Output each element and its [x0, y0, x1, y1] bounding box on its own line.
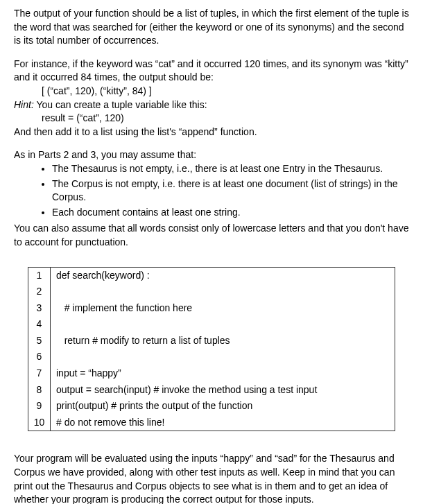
hint-text: You can create a tuple variable like thi… [34, 99, 207, 110]
code-line: # do not remove this line! [51, 415, 170, 431]
example-intro: For instance, if the keyword was “cat” a… [14, 58, 408, 83]
code-row: 2 [28, 284, 395, 300]
code-row: 8 output = search(input) # invoke the me… [28, 382, 395, 399]
list-item: Each document contains at least one stri… [52, 206, 409, 220]
paragraph-example: For instance, if the keyword was “cat” a… [14, 58, 409, 139]
list-item: The Corpus is not empty, i.e. there is a… [52, 177, 409, 205]
line-number: 1 [28, 268, 51, 284]
code-line [51, 349, 62, 365]
line-number: 3 [28, 300, 51, 317]
code-row: 9 print(output) # prints the output of t… [28, 398, 395, 415]
code-row: 1 def search(keyword) : [28, 268, 395, 284]
code-line [51, 284, 62, 300]
line-number: 9 [28, 398, 51, 415]
line-number: 8 [28, 382, 51, 399]
code-row: 5 return # modify to return a list of tu… [28, 333, 395, 349]
code-block: 1 def search(keyword) : 2 3 # implement … [28, 267, 395, 432]
line-number: 2 [28, 284, 51, 300]
assumptions-list: The Thesaurus is not empty, i.e., there … [52, 162, 409, 219]
line-number: 4 [28, 316, 51, 333]
code-line: output = search(input) # invoke the meth… [51, 382, 322, 399]
hint-label: Hint: [14, 99, 34, 110]
code-row: 4 [28, 316, 395, 333]
code-row: 10 # do not remove this line! [28, 415, 395, 431]
assumptions-after: You can also assume that all words consi… [14, 223, 408, 247]
code-row: 7 input = “happy” [28, 365, 395, 382]
code-line: # implement the function here [51, 300, 198, 317]
hint-after: And then add it to a list using the list… [14, 126, 257, 137]
list-item: The Thesaurus is not empty, i.e., there … [52, 162, 409, 176]
code-row: 6 [28, 349, 395, 365]
line-number: 7 [28, 365, 51, 382]
paragraph-output-desc: The output of your function should be a … [14, 7, 409, 48]
code-line: return # modify to return a list of tupl… [51, 333, 236, 349]
assumptions-intro: As in Parts 2 and 3, you may assume that… [14, 149, 196, 160]
code-line: input = “happy” [51, 365, 127, 382]
code-line: print(output) # prints the output of the… [51, 398, 258, 415]
paragraph-evaluation: Your program will be evaluated using the… [14, 452, 409, 504]
assumptions-section: As in Parts 2 and 3, you may assume that… [14, 148, 409, 249]
example-code: [ (“cat”, 120), (“kitty”, 84) ] [42, 85, 152, 96]
line-number: 10 [28, 415, 51, 431]
code-line [51, 316, 62, 333]
line-number: 5 [28, 333, 51, 349]
code-row: 3 # implement the function here [28, 300, 395, 317]
hint-code: result = (“cat”, 120) [42, 112, 124, 123]
line-number: 6 [28, 349, 51, 365]
code-line: def search(keyword) : [51, 268, 155, 284]
